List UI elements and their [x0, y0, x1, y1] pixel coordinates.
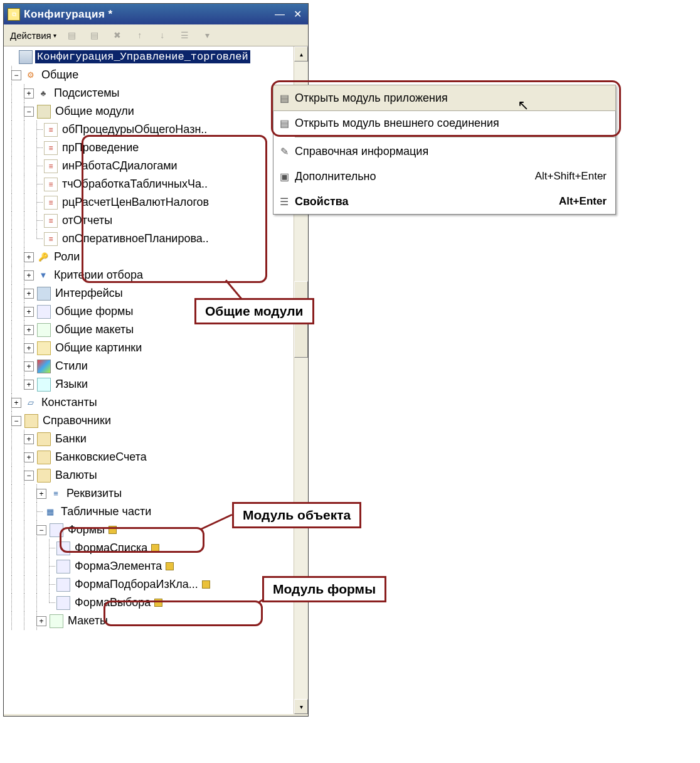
tree-bank-accounts[interactable]: +БанковскиеСчета — [5, 448, 294, 466]
form-icon — [37, 305, 51, 319]
tree-mod-3[interactable]: инРаботаСДиалогами — [5, 157, 294, 175]
template-icon — [37, 323, 51, 337]
toolbar-btn-down[interactable]: ↓ — [152, 27, 173, 43]
attributes-icon: ≡ — [50, 488, 62, 500]
tree-styles[interactable]: +Стили — [5, 357, 294, 375]
module-icon — [44, 178, 58, 191]
tree-mod-7[interactable]: опОперативноеПланирова.. — [5, 230, 294, 248]
tree-banks[interactable]: +Банки — [5, 430, 294, 448]
tag-common-modules: Общие модули — [194, 298, 314, 324]
menu-additional[interactable]: ▣ Дополнительно Alt+Shift+Enter — [273, 164, 615, 189]
tree-root[interactable]: Конфигурация_Управление_торговлей — [5, 48, 294, 66]
tree-constants[interactable]: +▱Константы — [5, 393, 294, 412]
tree-subsystems[interactable]: + ♣ Подсистемы — [5, 84, 294, 102]
tree-form-1[interactable]: ФормаСписка — [5, 539, 294, 557]
form-icon — [56, 560, 70, 574]
tree-attributes[interactable]: +≡Реквизиты — [5, 484, 294, 503]
config-window: ⧉ Конфигурация * — ✕ Действия▾ ▤ ▤ ✖ ↑ ↓… — [3, 3, 309, 717]
tree-roles[interactable]: +🔑Роли — [5, 248, 294, 266]
properties-icon: ☰ — [273, 196, 295, 208]
window-title: Конфигурация * — [24, 8, 269, 21]
tree-form-2[interactable]: ФормаЭлемента — [5, 557, 294, 575]
add2-icon: ▤ — [88, 28, 102, 42]
toolbar-btn-filter[interactable]: ▾ — [197, 27, 218, 43]
module-icon — [44, 159, 58, 173]
tree-languages[interactable]: +Языки — [5, 375, 294, 393]
actions-menu[interactable]: Действия▾ — [6, 27, 60, 43]
catalog-icon — [24, 414, 38, 428]
toolbar-btn-sort[interactable]: ☰ — [174, 27, 196, 43]
menu-properties[interactable]: ☰ Свойства Alt+Enter — [273, 189, 615, 214]
module-icon — [44, 123, 58, 137]
funnel-icon: ▾ — [201, 28, 215, 42]
puzzle-icon: ⚙ — [24, 69, 37, 82]
menu-help-info[interactable]: ✎ Справочная информация — [273, 139, 615, 164]
tree-icon: ♣ — [37, 87, 50, 100]
additional-icon: ▣ — [273, 171, 295, 183]
form-icon — [56, 542, 70, 555]
style-icon — [37, 360, 51, 373]
tree-form-3[interactable]: ФормаПодбораИзКла... — [5, 575, 294, 594]
close-button[interactable]: ✕ — [290, 8, 304, 21]
language-icon — [37, 378, 51, 392]
toolbar-btn-up[interactable]: ↑ — [129, 27, 151, 43]
sort-icon: ☰ — [178, 28, 192, 42]
cube-icon — [154, 599, 162, 607]
window-icon: ⧉ — [8, 8, 20, 21]
arrow-up-icon: ↑ — [133, 28, 147, 42]
folder-icon — [37, 432, 51, 446]
template-icon — [50, 614, 63, 628]
funnel-icon: ▼ — [37, 269, 50, 282]
tabular-icon: ▦ — [44, 506, 56, 518]
module-icon — [44, 141, 58, 155]
picture-icon — [37, 341, 51, 355]
toolbar-btn-2[interactable]: ▤ — [84, 27, 105, 43]
module-icon — [44, 232, 58, 246]
menu-separator — [295, 137, 615, 137]
tree-currencies[interactable]: −Валюты — [5, 466, 294, 484]
module-icon — [44, 196, 58, 210]
scroll-up-button[interactable]: ▴ — [294, 46, 308, 61]
tree-area: Конфигурация_Управление_торговлей − ⚙ Об… — [4, 46, 308, 714]
delete-icon: ✖ — [110, 28, 124, 42]
tag-form-module: Модуль формы — [262, 576, 386, 602]
toolbar: Действия▾ ▤ ▤ ✖ ↑ ↓ ☰ ▾ — [4, 24, 308, 46]
tree-catalogs[interactable]: −Справочники — [5, 412, 294, 430]
menu-open-app-module[interactable]: ▤ Открыть модуль приложения — [273, 85, 616, 111]
constant-icon: ▱ — [24, 397, 37, 409]
tree-templates[interactable]: +Макеты — [5, 612, 294, 630]
tree-mod-6[interactable]: отОтчеты — [5, 211, 294, 230]
tree-common[interactable]: − ⚙ Общие — [5, 66, 294, 84]
minimize-button[interactable]: — — [273, 8, 287, 21]
module-icon: ▤ — [273, 92, 295, 104]
arrow-down-icon: ↓ — [156, 28, 169, 42]
config-icon — [19, 50, 33, 64]
tree-form-4[interactable]: ФормаВыбора — [5, 594, 294, 612]
tree-mod-1[interactable]: обПроцедурыОбщегоНазн.. — [5, 120, 294, 139]
context-menu: ▤ Открыть модуль приложения ▤ Открыть мо… — [273, 85, 616, 215]
tree-mod-2[interactable]: прПроведение — [5, 139, 294, 157]
help-icon: ✎ — [273, 146, 295, 157]
cube-icon — [109, 526, 117, 534]
menu-open-ext-module[interactable]: ▤ Открыть модуль внешнего соединения — [273, 110, 615, 136]
canvas: ⧉ Конфигурация * — ✕ Действия▾ ▤ ▤ ✖ ↑ ↓… — [0, 0, 700, 763]
folder-icon — [37, 469, 51, 483]
cube-icon — [202, 580, 210, 589]
toolbar-btn-3[interactable]: ✖ — [107, 27, 128, 43]
toolbar-btn-1[interactable]: ▤ — [61, 27, 83, 43]
forms-icon — [50, 523, 63, 537]
expander[interactable]: − — [11, 70, 21, 80]
tree-mod-5[interactable]: рцРасчетЦенВалютНалогов — [5, 193, 294, 211]
cube-icon — [166, 562, 174, 570]
add-icon: ▤ — [65, 28, 79, 42]
interface-icon — [37, 287, 51, 301]
tree-mod-4[interactable]: тчОбработкаТабличныхЧа.. — [5, 175, 294, 193]
config-tree[interactable]: Конфигурация_Управление_торговлей − ⚙ Об… — [4, 46, 294, 714]
tree-common-pictures[interactable]: +Общие картинки — [5, 339, 294, 357]
folder-icon — [37, 451, 51, 464]
scroll-down-button[interactable]: ▾ — [294, 699, 308, 714]
tree-criteria[interactable]: +▼Критерии отбора — [5, 266, 294, 284]
tree-common-modules[interactable]: − Общие модули — [5, 102, 294, 120]
titlebar[interactable]: ⧉ Конфигурация * — ✕ — [4, 4, 308, 24]
tree-root-label: Конфигурация_Управление_торговлей — [35, 50, 250, 63]
